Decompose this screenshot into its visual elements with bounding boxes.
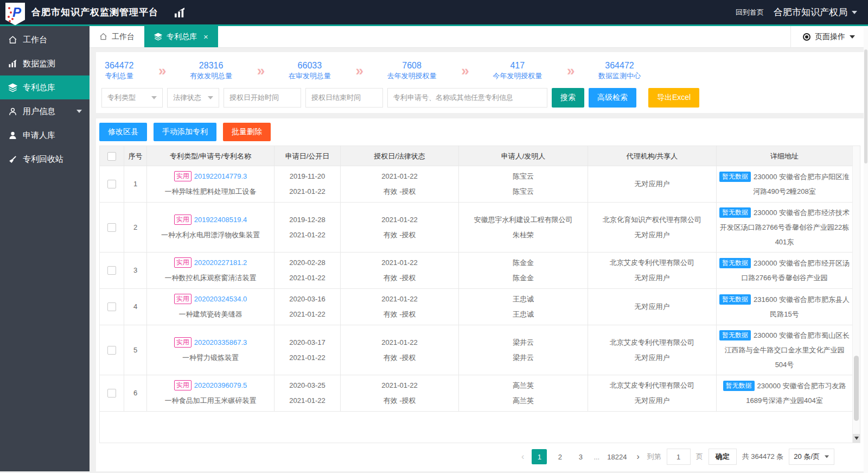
legal-status: 有效 -授权 bbox=[384, 228, 416, 243]
patent-number-link[interactable]: 202020396079.5 bbox=[194, 381, 247, 389]
scrollbar-thumb[interactable] bbox=[854, 356, 859, 421]
agency-cell: 北京艾皮专利代理有限公司 无对应用户 bbox=[588, 375, 717, 411]
prev-page-icon[interactable]: ‹ bbox=[519, 452, 526, 462]
chevron-down-icon bbox=[151, 96, 157, 99]
org-menu[interactable]: 合肥市知识产权局 bbox=[774, 6, 857, 18]
advanced-search-button[interactable]: 高级检索 bbox=[589, 88, 636, 108]
agency-cell: 北京化育知识产权代理有限公司 无对应用户 bbox=[588, 203, 717, 252]
tab-workbench[interactable]: 工作台 bbox=[90, 26, 144, 47]
patent-type-badge: 实用 bbox=[174, 294, 192, 304]
edit-district-button[interactable]: 修改区县 bbox=[99, 123, 147, 141]
row-checkbox[interactable] bbox=[107, 302, 116, 311]
patent-number-link[interactable]: 202020324534.0 bbox=[194, 295, 247, 303]
stat-valid-invention[interactable]: 28316 有效发明总量 bbox=[187, 60, 235, 81]
chevron-down-icon bbox=[208, 96, 213, 99]
person-icon bbox=[8, 131, 17, 140]
page-button-2[interactable]: 2 bbox=[552, 449, 567, 464]
legal-status: 有效 -授权 bbox=[384, 393, 416, 408]
table-row: 3 实用202020227181.2 一种数控机床观察窗清洁装置 2020-02… bbox=[100, 253, 852, 289]
chart-icon bbox=[8, 59, 17, 68]
apply-date: 2019-11-20 bbox=[290, 169, 326, 184]
page-button-last[interactable]: 18224 bbox=[605, 449, 629, 464]
no-data-badge: 暂无数据 bbox=[719, 207, 751, 218]
address-cell: 暂无数据230000 安徽省合肥市庐阳区淮河路490号2幢208室 bbox=[717, 166, 852, 202]
patent-name: 一种臂力锻炼装置 bbox=[182, 350, 239, 365]
apply-date: 2020-03-16 bbox=[289, 292, 326, 307]
goto-page-input[interactable] bbox=[667, 449, 691, 465]
row-checkbox[interactable] bbox=[107, 223, 116, 232]
apply-date: 2020-02-28 bbox=[289, 255, 326, 270]
goto-label: 到第 bbox=[647, 452, 661, 462]
sidebar-item-patent-db[interactable]: 专利总库 bbox=[0, 75, 90, 99]
sidebar-item-workbench[interactable]: 工作台 bbox=[0, 28, 90, 52]
add-patent-button[interactable]: 手动添加专利 bbox=[154, 123, 216, 141]
stat-thisyear-grant[interactable]: 417 今年发明授权量 bbox=[489, 60, 545, 81]
search-button[interactable]: 搜索 bbox=[552, 88, 584, 108]
grant-date: 2021-01-22 bbox=[381, 292, 418, 307]
close-icon[interactable]: × bbox=[203, 32, 208, 41]
row-checkbox[interactable] bbox=[107, 346, 116, 355]
input-placeholder: 专利申请号、名称或其他任意专利信息 bbox=[393, 93, 513, 103]
applicant: 王忠诚 bbox=[513, 292, 534, 307]
page-button-3[interactable]: 3 bbox=[573, 449, 588, 464]
people-cell: 陈宝云 陈宝云 bbox=[459, 166, 588, 202]
grant-date: 2021-01-22 bbox=[381, 212, 418, 228]
dates-cell: 2019-12-28 2021-01-22 bbox=[275, 203, 341, 252]
stats-row: 364472 专利总量 » 28316 有效发明总量 » 66033 在审发明总… bbox=[101, 56, 644, 85]
grant-date-start-input[interactable]: 授权日开始时间 bbox=[224, 88, 301, 108]
stat-data-monitor-center[interactable]: 364472 数据监测中心 bbox=[595, 60, 644, 81]
stat-label: 数据监测中心 bbox=[598, 71, 641, 81]
grant-date-end-input[interactable]: 授权日结束时间 bbox=[305, 88, 383, 108]
patent-number-link[interactable]: 201922408519.4 bbox=[194, 216, 247, 224]
patent-type-select[interactable]: 专利类型 bbox=[101, 88, 163, 108]
sidebar-item-recycle-bin[interactable]: 专利回收站 bbox=[0, 147, 90, 171]
layers-icon bbox=[8, 83, 17, 92]
back-to-home-link[interactable]: 回到首页 bbox=[736, 8, 764, 17]
page-scrollbar[interactable] bbox=[864, 28, 868, 473]
per-page-select[interactable]: 20 条/页 bbox=[789, 449, 834, 465]
patent-number-link[interactable]: 201922014779.3 bbox=[194, 172, 247, 180]
search-input[interactable]: 专利申请号、名称或其他任意专利信息 bbox=[387, 88, 547, 108]
scroll-down-arrow-icon[interactable] bbox=[853, 434, 860, 443]
address-text: 230000 安徽省合肥市习友路1689号深港产业园404室 bbox=[746, 382, 846, 405]
sidebar-item-data-monitor[interactable]: 数据监测 bbox=[0, 52, 90, 75]
page-scrollbar-thumb[interactable] bbox=[864, 49, 867, 163]
row-checkbox[interactable] bbox=[107, 389, 116, 398]
app-header: P 合肥市知识产权监测管理平台 回到首页 合肥市知识产权局 bbox=[0, 0, 868, 26]
page-button-1[interactable]: 1 bbox=[532, 449, 547, 464]
row-checkbox-cell bbox=[100, 325, 124, 375]
org-name: 合肥市知识产权局 bbox=[774, 6, 847, 18]
grant-date: 2021-01-22 bbox=[381, 378, 418, 393]
tab-patent-db[interactable]: 专利总库 × bbox=[144, 26, 218, 47]
row-checkbox[interactable] bbox=[107, 266, 116, 275]
patent-number-link[interactable]: 202020227181.2 bbox=[194, 258, 247, 267]
patent-number-link[interactable]: 202020335867.3 bbox=[194, 338, 247, 346]
next-page-icon[interactable]: › bbox=[634, 452, 641, 462]
inventor: 陈金金 bbox=[513, 270, 534, 286]
batch-delete-button[interactable]: 批量删除 bbox=[223, 123, 271, 141]
stat-label: 今年发明授权量 bbox=[493, 71, 542, 81]
sidebar-item-applicant-db[interactable]: 申请人库 bbox=[0, 123, 90, 147]
sidebar-item-user-info[interactable]: 用户信息 bbox=[0, 99, 90, 123]
layers-icon bbox=[154, 33, 162, 41]
page-actions-menu[interactable]: 页面操作 bbox=[790, 26, 868, 47]
no-data-badge: 暂无数据 bbox=[719, 294, 751, 305]
confirm-button[interactable]: 确定 bbox=[709, 449, 737, 465]
pagination: ‹ 1 2 3 ... 18224 › 到第 页 确定 共 364472 条 2… bbox=[99, 443, 860, 467]
no-data-badge: 暂无数据 bbox=[719, 258, 751, 268]
select-all-checkbox[interactable] bbox=[107, 152, 116, 161]
stat-patent-total[interactable]: 364472 专利总量 bbox=[101, 60, 137, 81]
applicant: 安徽思宇水利建设工程有限公司 bbox=[474, 212, 573, 228]
page-ellipsis: ... bbox=[593, 453, 599, 461]
patent-name: 一种异味性肥料处理加工设备 bbox=[165, 184, 257, 199]
table-scrollbar[interactable] bbox=[852, 146, 860, 443]
stat-lastyear-grant[interactable]: 7608 去年发明授权量 bbox=[384, 60, 440, 81]
row-checkbox[interactable] bbox=[107, 180, 116, 188]
legal-status-select[interactable]: 法律状态 bbox=[167, 88, 219, 108]
row-index: 2 bbox=[124, 203, 147, 252]
chevron-down-icon bbox=[850, 35, 855, 39]
export-excel-button[interactable]: 导出Excel bbox=[648, 88, 699, 108]
stat-pending-invention[interactable]: 66033 在审发明总量 bbox=[285, 60, 334, 81]
row-index: 1 bbox=[124, 166, 147, 202]
table-panel: 修改区县 手动添加专利 批量删除 序号 专利类型/申请号/专利名称 申请日/公开… bbox=[96, 118, 864, 471]
